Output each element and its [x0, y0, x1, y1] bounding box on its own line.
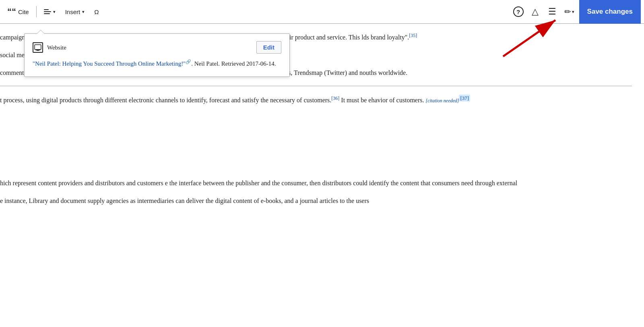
- citation-popup: Website Edit "Neil Patel: Helping You Su…: [24, 33, 290, 77]
- svg-rect-3: [35, 50, 40, 50]
- edit-mode-button[interactable]: ✏ ▾: [562, 4, 577, 19]
- paragraph-6-text: e instance, Library and document supply …: [0, 197, 369, 204]
- ext-link-icon: 🔗: [186, 59, 191, 64]
- popup-type: Website: [33, 42, 66, 53]
- website-icon: [33, 42, 43, 53]
- menu-button[interactable]: ☰: [545, 4, 559, 19]
- popup-header: Website Edit: [33, 41, 281, 54]
- cite-label: Cite: [18, 8, 29, 15]
- special-chars-button[interactable]: Ω: [90, 6, 103, 18]
- help-button[interactable]: ?: [511, 4, 526, 19]
- content-paragraph-4: t process, using digital products throug…: [0, 94, 632, 106]
- editor-content: campaigns are generating commentary amon…: [0, 24, 644, 221]
- paragraph-4-text: t process, using digital products throug…: [0, 97, 331, 103]
- paragraph-4b-text: It must be ehavior of customers.: [339, 97, 424, 103]
- list-dropdown-arrow: ▾: [53, 9, 56, 14]
- popup-edit-button[interactable]: Edit: [256, 41, 281, 54]
- list-icon: [44, 9, 51, 14]
- warning-button[interactable]: △: [528, 4, 543, 19]
- paragraph-5-text: hich represent content providers and dis…: [0, 180, 517, 186]
- insert-dropdown-arrow: ▾: [82, 9, 85, 14]
- hamburger-icon: ☰: [548, 6, 556, 17]
- list-button[interactable]: ▾: [40, 7, 60, 17]
- edit-dropdown-arrow: ▾: [572, 9, 574, 14]
- popup-citation-text: "Neil Patel: Helping You Succeed Through…: [33, 58, 281, 68]
- help-icon: ?: [513, 6, 524, 17]
- svg-rect-2: [35, 45, 41, 50]
- insert-button[interactable]: Insert ▾: [61, 6, 89, 18]
- popup-type-label: Website: [47, 43, 66, 52]
- svg-rect-4: [37, 50, 39, 51]
- editor-toolbar: ““ Cite ▾ Insert ▾ Ω ? △ ☰ ✏ ▾ Save chan…: [0, 0, 644, 24]
- content-paragraph-6: e instance, Library and document supply …: [0, 196, 632, 206]
- warning-icon: △: [532, 6, 539, 17]
- section-divider: [0, 86, 632, 86]
- popup-caret: [37, 30, 45, 34]
- save-changes-button[interactable]: Save changes: [579, 0, 641, 24]
- citation-needed-container: [citation needed][37]: [425, 94, 470, 106]
- quote-icon: ““: [7, 7, 16, 16]
- ref-link-36[interactable]: [36]: [331, 95, 339, 101]
- pencil-icon: ✏: [564, 7, 571, 17]
- insert-label: Insert: [65, 8, 80, 15]
- content-paragraph-5: hich represent content providers and dis…: [0, 178, 632, 188]
- ref-link-35[interactable]: [35]: [409, 33, 417, 38]
- cite-button[interactable]: ““ Cite: [3, 5, 33, 19]
- ref-link-37[interactable]: [37]: [459, 95, 470, 101]
- popup-citation-rest: . Neil Patel. Retrieved 2017-06-14.: [191, 60, 276, 67]
- omega-symbol: Ω: [94, 8, 99, 15]
- toolbar-divider-1: [36, 6, 37, 17]
- popup-citation-link[interactable]: "Neil Patel: Helping You Succeed Through…: [33, 60, 186, 67]
- citation-needed-text[interactable]: [citation needed]: [425, 98, 459, 103]
- toolbar-right: ? △ ☰ ✏ ▾ Save changes: [511, 0, 641, 24]
